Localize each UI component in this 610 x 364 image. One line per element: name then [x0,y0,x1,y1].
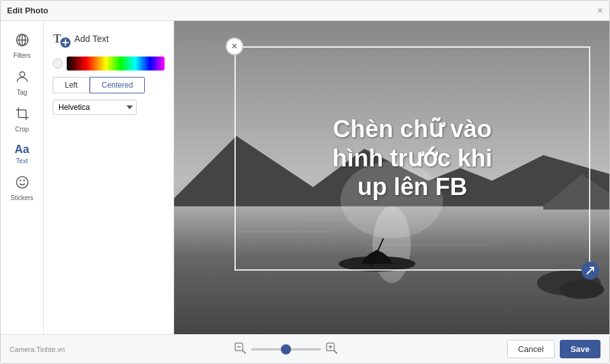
crop-label: Crop [15,126,29,133]
align-centered-button[interactable]: Centered [90,77,145,93]
text-overlay-content: Chèn chữ vàohình trước khiup lên FB [236,48,589,269]
cancel-button[interactable]: Cancel [507,340,554,358]
filters-label: Filters [13,52,30,59]
color-picker-row [53,57,165,71]
align-left-button[interactable]: Left [53,77,90,93]
zoom-in-icon [326,342,337,356]
filters-icon [15,32,30,51]
add-text-button[interactable]: T Add Text [53,30,165,48]
close-window-icon[interactable]: × [597,6,603,16]
align-buttons-group: Left Centered [53,77,165,93]
window-title: Edit Photo [7,6,48,15]
sidebar-item-filters[interactable]: Filters [1,27,43,64]
crop-icon [15,106,30,125]
text-panel: T Add Text Left Centered Helvet [44,21,174,334]
svg-point-5 [17,177,28,188]
svg-text:T: T [53,32,61,45]
tag-icon [15,69,30,88]
sidebar-item-stickers[interactable]: Stickers [1,170,43,206]
svg-line-32 [334,351,337,353]
svg-point-4 [20,72,25,77]
overlay-text[interactable]: Chèn chữ vàohình trước khiup lên FB [326,109,499,208]
font-selector-container: Helvetica Arial Times New Roman Georgia [53,100,165,115]
watermark-label: Camera.Tinhte.vn [10,346,65,353]
text-overlay-box[interactable]: × Chèn chữ vàohình trước khiup lên FB [234,46,590,271]
sidebar: Filters Tag Crop [1,21,44,334]
main-content: Filters Tag Crop [1,21,609,334]
text-icon: Aa [15,143,29,156]
zoom-out-icon [234,342,246,356]
add-text-icon: T [53,30,71,48]
stickers-icon [15,175,30,193]
zoom-controls [234,342,337,356]
add-text-label: Add Text [74,34,109,44]
sidebar-item-crop[interactable]: Crop [1,101,43,138]
svg-line-28 [243,351,245,353]
stickers-label: Stickers [11,194,34,201]
titlebar: Edit Photo × [1,1,609,21]
sidebar-item-text[interactable]: Aa Text [1,138,43,170]
font-select[interactable]: Helvetica Arial Times New Roman Georgia [53,100,137,115]
svg-point-24 [559,280,604,299]
color-circle[interactable] [53,58,63,69]
text-label: Text [16,158,27,165]
zoom-slider[interactable] [251,348,321,351]
bottombar: Camera.Tinhte.vn Cancel S [1,334,609,363]
color-strip[interactable] [67,57,165,71]
save-button[interactable]: Save [560,340,600,358]
tag-label: Tag [17,89,27,96]
action-buttons: Cancel Save [507,340,600,358]
image-area: × Chèn chữ vàohình trước khiup lên FB [174,21,609,334]
edit-photo-window: Edit Photo × Filters [0,0,610,364]
sidebar-item-tag[interactable]: Tag [1,64,43,101]
